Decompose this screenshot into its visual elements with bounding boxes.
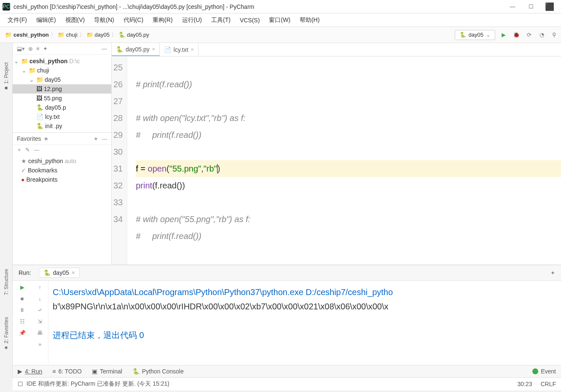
collapse-icon[interactable]: ≡: [45, 136, 48, 142]
fav-label: Breakpoints: [26, 176, 57, 183]
project-tool-tab[interactable]: ■ 1: Project: [3, 60, 10, 94]
fav-label: Bookmarks: [28, 167, 57, 174]
gear-icon[interactable]: ✦: [550, 270, 555, 276]
up-icon[interactable]: ↑: [38, 284, 41, 290]
close-tab-icon[interactable]: ×: [72, 269, 75, 276]
code-editor[interactable]: 25 26 27 28 29 30 31 32 33 34 # print(f.…: [112, 56, 561, 265]
folder-icon: 📁: [58, 32, 64, 38]
rerun-icon[interactable]: ▶: [20, 284, 24, 290]
debug-button[interactable]: 🐞: [512, 31, 521, 39]
menu-edit[interactable]: 编辑(E): [32, 15, 60, 26]
run-configuration-selector[interactable]: 🐍 day05 ⌄: [455, 30, 495, 40]
run-tab[interactable]: 🐍 day05 ×: [39, 268, 80, 278]
gear-icon[interactable]: ✦: [94, 136, 98, 142]
tree-label: lcy.txt: [45, 113, 60, 120]
python-file-icon: 🐍: [43, 269, 51, 276]
structure-tool-tab[interactable]: 7: Structure: [3, 266, 10, 298]
console-output[interactable]: C:\Users\xd\AppData\Local\Programs\Pytho…: [48, 281, 561, 365]
hide-icon[interactable]: —: [102, 136, 107, 142]
tree-label: ceshi_python: [30, 58, 67, 64]
status-message: IDE 和插件更新: PyCharm 已准备好 更新. (今天 15:21): [27, 380, 169, 388]
event-log-button[interactable]: Event: [532, 368, 556, 375]
hide-icon[interactable]: —: [102, 46, 107, 52]
tree-file[interactable]: 🐍 day05.p: [13, 103, 111, 112]
status-icon[interactable]: ☐: [18, 381, 23, 387]
crumb-p1: chuji: [66, 32, 78, 38]
layout-icon[interactable]: ☷: [20, 318, 25, 325]
menu-run[interactable]: 运行(U): [178, 15, 206, 26]
maximize-button[interactable]: ☐: [522, 1, 540, 13]
line-number: 29: [113, 126, 123, 143]
scroll-icon[interactable]: ⇲: [38, 318, 42, 325]
favorites-item[interactable]: ✓ Bookmarks: [13, 166, 111, 175]
code-lines[interactable]: # print(f.read()) # with open("lcy.txt",…: [127, 56, 561, 265]
menu-vcs[interactable]: VCS(S): [236, 15, 264, 25]
chevron-down-icon[interactable]: ⌄: [21, 67, 27, 74]
favorites-item[interactable]: ★ ceshi_python auto: [13, 156, 111, 166]
run-button[interactable]: ▶: [499, 31, 508, 39]
close-tab-icon[interactable]: ×: [191, 47, 194, 53]
menu-refactor[interactable]: 重构(R): [148, 15, 177, 26]
coverage-button[interactable]: ⟳: [525, 31, 533, 39]
terminal-tab-button[interactable]: ▣Terminal: [92, 368, 122, 375]
menu-window[interactable]: 窗口(W): [265, 15, 295, 26]
project-tree[interactable]: ⌄ 📁 ceshi_python D:\c ⌄ 📁 chuji ⌄ 📁 day0…: [13, 55, 111, 132]
collapse-icon[interactable]: ≡: [36, 46, 40, 52]
profile-button[interactable]: ◔: [537, 31, 546, 39]
line-gutter: 25 26 27 28 29 30 31 32 33 34: [112, 56, 127, 265]
tree-file-selected[interactable]: 🖼 12.png: [13, 84, 111, 94]
line-number: 32: [113, 177, 123, 194]
close-tab-icon[interactable]: ×: [152, 46, 155, 52]
chevron-down-icon[interactable]: ⌄: [29, 76, 35, 83]
tree-folder[interactable]: ⌄ 📁 chuji: [13, 66, 111, 75]
tree-file[interactable]: 📄 lcy.txt: [13, 112, 111, 121]
run-tab-bar: Run: 🐍 day05 × ✦: [13, 265, 561, 281]
locate-icon[interactable]: ⊕: [28, 46, 33, 52]
menu-tools[interactable]: 工具(T): [207, 15, 235, 26]
toolbar-right: 🐍 day05 ⌄ ▶ 🐞 ⟳ ◔ ⚲: [455, 30, 558, 40]
menu-navigate[interactable]: 导航(N): [90, 15, 118, 26]
editor-tab-active[interactable]: 🐍 day05.py ×: [112, 43, 160, 56]
line-number: 27: [113, 93, 123, 110]
python-console-tab-button[interactable]: 🐍Python Console: [132, 368, 184, 375]
more-icon[interactable]: »: [38, 341, 41, 347]
tree-path: D:\c: [69, 58, 80, 64]
tree-folder[interactable]: ⌄ 📁 day05: [13, 75, 111, 84]
cursor-position[interactable]: 30:23: [517, 381, 532, 387]
wrap-icon[interactable]: ⤶: [38, 307, 42, 313]
code-line: # with open("lcy.txt","rb") as f:: [136, 113, 245, 123]
menu-view[interactable]: 视图(V): [61, 15, 89, 26]
down-icon[interactable]: ↓: [38, 295, 41, 302]
menu-help[interactable]: 帮助(H): [295, 15, 324, 26]
editor-tab[interactable]: 📄 lcy.txt ×: [160, 43, 199, 56]
tree-file[interactable]: 🐍 init .py: [13, 121, 111, 131]
remove-icon[interactable]: —: [34, 147, 40, 153]
tree-file[interactable]: 🖼 55.png: [13, 94, 111, 103]
run-tool-window: Run: 🐍 day05 × ✦ ▶ ■ ⏸ ☷ 📌 ↑ ↓: [13, 265, 561, 365]
line-ending[interactable]: CRLF: [540, 381, 556, 387]
menu-file[interactable]: 文件(F): [3, 15, 31, 26]
minimize-button[interactable]: —: [504, 1, 521, 13]
select-opened-icon[interactable]: ⬓▾: [17, 46, 25, 52]
close-button[interactable]: ⬛: [541, 1, 558, 13]
todo-tab-button[interactable]: ≡6: TODO: [52, 368, 82, 375]
settings-icon[interactable]: ✦: [43, 46, 48, 52]
chevron-down-icon[interactable]: ⌄: [13, 58, 19, 64]
search-button[interactable]: ⚲: [550, 31, 558, 39]
star-icon: ★: [21, 158, 27, 164]
favorites-item[interactable]: ● Breakpoints: [13, 175, 111, 184]
edit-icon[interactable]: ✎: [25, 147, 30, 153]
breadcrumb[interactable]: 📁 ceshi_python 〉 📁 chuji 〉 📁 day05 〉 🐍 d…: [3, 30, 152, 40]
pause-icon[interactable]: ⏸: [19, 307, 25, 313]
tree-root[interactable]: ⌄ 📁 ceshi_python D:\c: [13, 56, 111, 66]
favorites-tool-tab[interactable]: ★ 2: Favorites: [3, 314, 10, 353]
stop-icon[interactable]: ■: [21, 295, 24, 302]
crumb-p2: day05: [95, 32, 110, 38]
left-tool-stripe: ■ 1: Project: [0, 43, 13, 265]
run-tab-button[interactable]: ▶4: Run: [18, 368, 42, 375]
pin-icon[interactable]: 📌: [19, 330, 26, 336]
add-icon[interactable]: +: [18, 147, 21, 153]
print-icon[interactable]: 🖶: [37, 330, 43, 336]
fav-suffix: auto: [65, 158, 76, 164]
menu-code[interactable]: 代码(C): [119, 15, 148, 26]
